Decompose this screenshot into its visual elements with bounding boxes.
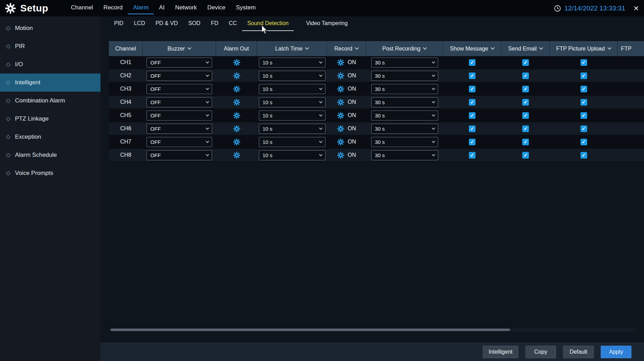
record-settings-icon[interactable]	[337, 99, 344, 106]
column-header-buzzer[interactable]: Buzzer	[143, 41, 216, 56]
sidebar-item-i-o[interactable]: I/O	[0, 55, 100, 74]
ftp-picture-upload-checkbox[interactable]: ✓	[581, 86, 587, 92]
post-recording-select[interactable]: 30 s	[371, 71, 438, 81]
alarm-out-settings-icon[interactable]	[233, 72, 240, 79]
record-settings-icon[interactable]	[337, 59, 344, 66]
tab-sod[interactable]: SOD	[183, 16, 206, 31]
buzzer-select[interactable]: OFF	[147, 150, 212, 160]
show-message-checkbox[interactable]: ✓	[469, 139, 475, 145]
post-recording-select[interactable]: 30 s	[371, 124, 438, 134]
apply-button[interactable]: Apply	[601, 346, 631, 358]
tab-fd[interactable]: FD	[205, 16, 223, 31]
post-recording-select[interactable]: 30 s	[371, 97, 438, 107]
send-email-checkbox[interactable]: ✓	[522, 59, 529, 66]
send-email-checkbox[interactable]: ✓	[522, 139, 529, 145]
menu-item-ai[interactable]: AI	[154, 2, 170, 14]
sidebar-item-pir[interactable]: PIR	[0, 37, 100, 55]
menu-item-channel[interactable]: Channel	[66, 2, 98, 14]
show-message-checkbox[interactable]: ✓	[469, 112, 475, 119]
send-email-checkbox[interactable]: ✓	[522, 99, 529, 106]
menu-item-alarm[interactable]: Alarm	[128, 2, 153, 14]
latch-time-select[interactable]: 10 s	[259, 84, 325, 94]
record-settings-icon[interactable]	[337, 138, 344, 146]
buzzer-select[interactable]: OFF	[147, 97, 212, 107]
buzzer-select[interactable]: OFF	[147, 84, 212, 94]
record-settings-icon[interactable]	[337, 112, 344, 119]
latch-time-select[interactable]: 10 s	[259, 150, 325, 160]
default-button[interactable]: Default	[563, 346, 594, 358]
latch-time-select[interactable]: 10 s	[259, 137, 325, 147]
ftp-picture-upload-checkbox[interactable]: ✓	[581, 99, 587, 106]
tab-sound-detection[interactable]: Sound Detection	[242, 16, 294, 31]
sidebar-item-motion[interactable]: Motion	[0, 19, 100, 37]
tab-pd-vd[interactable]: PD & VD	[150, 16, 183, 31]
show-message-checkbox[interactable]: ✓	[469, 72, 475, 79]
post-recording-select[interactable]: 30 s	[371, 137, 438, 147]
show-message-checkbox[interactable]: ✓	[469, 59, 475, 66]
buzzer-select[interactable]: OFF	[147, 137, 212, 147]
record-settings-icon[interactable]	[337, 125, 344, 132]
column-header-record[interactable]: Record	[327, 41, 366, 56]
sidebar-item-intelligent[interactable]: Intelligent	[0, 74, 100, 92]
ftp-picture-upload-checkbox[interactable]: ✓	[581, 139, 587, 145]
send-email-checkbox[interactable]: ✓	[522, 125, 529, 132]
latch-time-select[interactable]: 10 s	[259, 97, 325, 107]
latch-time-select[interactable]: 10 s	[259, 124, 325, 134]
menu-item-system[interactable]: System	[231, 2, 261, 14]
latch-time-select[interactable]: 10 s	[259, 71, 325, 81]
sidebar-item-exception[interactable]: Exception	[0, 128, 100, 146]
buzzer-select[interactable]: OFF	[147, 124, 212, 134]
sidebar-item-ptz-linkage[interactable]: PTZ Linkage	[0, 110, 100, 128]
tab-lcd[interactable]: LCD	[129, 16, 150, 31]
intelligent-button[interactable]: Intelligent	[483, 346, 519, 358]
tab-cc[interactable]: CC	[224, 16, 242, 31]
alarm-out-settings-icon[interactable]	[233, 125, 240, 132]
menu-item-device[interactable]: Device	[202, 2, 231, 14]
send-email-checkbox[interactable]: ✓	[522, 152, 529, 159]
alarm-out-settings-icon[interactable]	[233, 99, 240, 106]
tab-pid[interactable]: PID	[109, 16, 129, 31]
buzzer-select[interactable]: OFF	[147, 71, 212, 81]
alarm-out-settings-icon[interactable]	[233, 138, 240, 146]
close-icon[interactable]: ✕	[633, 5, 639, 12]
latch-time-select[interactable]: 10 s	[259, 110, 325, 121]
ftp-picture-upload-checkbox[interactable]: ✓	[581, 72, 587, 79]
post-recording-select[interactable]: 30 s	[371, 84, 438, 94]
show-message-checkbox[interactable]: ✓	[469, 152, 475, 159]
menu-item-network[interactable]: Network	[170, 2, 202, 14]
horizontal-scrollbar[interactable]	[109, 328, 636, 331]
show-message-checkbox[interactable]: ✓	[469, 125, 475, 132]
alarm-out-settings-icon[interactable]	[233, 59, 240, 66]
latch-time-select[interactable]: 10 s	[259, 57, 325, 68]
ftp-picture-upload-checkbox[interactable]: ✓	[581, 152, 587, 159]
alarm-out-settings-icon[interactable]	[233, 152, 240, 159]
send-email-checkbox[interactable]: ✓	[522, 86, 529, 92]
show-message-checkbox[interactable]: ✓	[469, 99, 475, 106]
record-settings-icon[interactable]	[337, 152, 344, 159]
alarm-out-settings-icon[interactable]	[233, 112, 240, 119]
post-recording-select[interactable]: 30 s	[371, 110, 438, 121]
copy-button[interactable]: Copy	[525, 346, 556, 358]
column-header-post-recording[interactable]: Post Recording	[366, 41, 443, 56]
tab-video-tampering[interactable]: Video Tampering	[301, 16, 353, 31]
alarm-out-settings-icon[interactable]	[233, 85, 240, 93]
ftp-picture-upload-checkbox[interactable]: ✓	[581, 125, 587, 132]
post-recording-select[interactable]: 30 s	[371, 57, 438, 68]
record-settings-icon[interactable]	[337, 85, 344, 93]
column-header-show-message[interactable]: Show Message	[443, 41, 501, 56]
sidebar-item-combination-alarm[interactable]: Combination Alarm	[0, 92, 100, 110]
ftp-picture-upload-checkbox[interactable]: ✓	[581, 112, 587, 119]
sidebar-item-voice-prompts[interactable]: Voice Prompts	[0, 164, 100, 182]
buzzer-select[interactable]: OFF	[147, 110, 212, 121]
send-email-checkbox[interactable]: ✓	[522, 72, 529, 79]
column-header-send-email[interactable]: Send Email	[501, 41, 550, 56]
menu-item-record[interactable]: Record	[98, 2, 128, 14]
column-header-latch-time[interactable]: Latch Time	[257, 41, 327, 56]
post-recording-select[interactable]: 30 s	[371, 150, 438, 160]
send-email-checkbox[interactable]: ✓	[522, 112, 529, 119]
sidebar-item-alarm-schedule[interactable]: Alarm Schedule	[0, 146, 100, 164]
ftp-picture-upload-checkbox[interactable]: ✓	[581, 59, 587, 66]
buzzer-select[interactable]: OFF	[147, 57, 212, 68]
record-settings-icon[interactable]	[337, 72, 344, 79]
column-header-ftp-picture-upload[interactable]: FTP Picture Upload	[550, 41, 617, 56]
